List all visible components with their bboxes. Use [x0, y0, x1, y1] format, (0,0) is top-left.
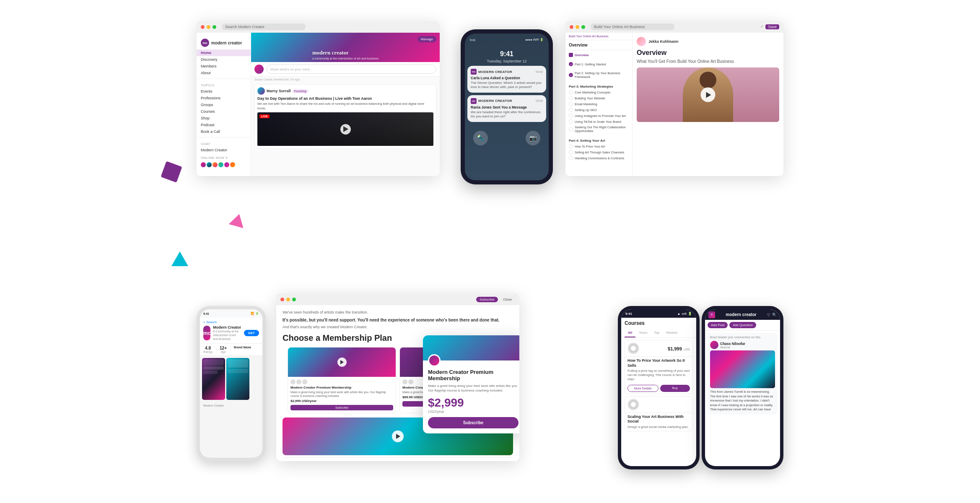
- main-container: Search Modern Creator mc modern creator …: [0, 0, 980, 503]
- instructor-name: Jekka Kuhlmann: [648, 39, 679, 44]
- appstore-get-button[interactable]: GET: [244, 330, 259, 336]
- modal-subscribe-button[interactable]: Subscribe: [428, 417, 519, 428]
- post-input-placeholder[interactable]: Share what's on your mind...: [266, 65, 436, 74]
- tab-top[interactable]: Top: [651, 329, 663, 337]
- screenshots-layout: Search Modern Creator mc modern creator …: [197, 21, 783, 482]
- sidebar-item-home[interactable]: Home: [197, 49, 251, 56]
- tab-yours[interactable]: Yours: [635, 329, 651, 337]
- course-lesson-collab[interactable]: Seeking Out The Right Collaboration Oppo…: [569, 124, 629, 134]
- pricing-bold-text: It's possible, but you'll need support. …: [283, 318, 513, 322]
- course-card-1-actions: More Details Buy: [625, 383, 692, 394]
- search-icon[interactable]: ▽: [767, 313, 770, 317]
- pricing-card-1-subscribe-btn[interactable]: Subscribe: [290, 405, 393, 410]
- sidebar-item-book-call[interactable]: Book a Call: [197, 128, 251, 135]
- course-card-2-icon: [627, 399, 639, 410]
- pricing-card-play-btn[interactable]: [337, 358, 347, 367]
- subscribe-browser-btn[interactable]: Subscribe: [476, 297, 498, 302]
- course-url-bar: Build Your Online Art Business: [591, 23, 674, 30]
- appstore-age-rating: 12+ Age: [220, 346, 227, 353]
- notif-2-header: mc MODERN CREATOR NOW: [471, 98, 543, 104]
- feed-top-left: ≡: [708, 311, 715, 318]
- appstore-back-btn[interactable]: < Search: [203, 320, 259, 324]
- ask-question-button[interactable]: Ask Question: [729, 322, 756, 328]
- sidebar-item-professions[interactable]: Professions: [197, 95, 251, 101]
- lesson-getting-started: Part 1: Getting Started: [575, 62, 606, 66]
- course-lesson-pricing[interactable]: How To Price Your Art: [569, 143, 629, 149]
- topics-label: Topics: [197, 81, 251, 88]
- app-screenshot-2: [226, 358, 249, 400]
- art-video-play-btn[interactable]: [392, 430, 404, 442]
- course-card-1-price: $1,999: [668, 346, 682, 351]
- lesson-core-marketing: Core Marketing Concepts: [575, 91, 610, 94]
- course-lesson-website[interactable]: Building Your Website: [569, 95, 629, 101]
- buy-button[interactable]: Buy: [660, 385, 690, 392]
- sidebar-item-groups[interactable]: Groups: [197, 101, 251, 108]
- online-label: ONLINE NOW 4: [197, 153, 251, 161]
- community-name-overlay: modern creator: [312, 49, 379, 56]
- video-play-btn[interactable]: [340, 124, 351, 135]
- sidebar-item-podcast[interactable]: Podcast: [197, 122, 251, 128]
- course-video-play-btn[interactable]: [701, 88, 716, 102]
- lesson-dot-8-icon: [569, 144, 573, 148]
- mobile-courses-frame: 9:41 ▲ wifi 🔋 Courses All Yours Top Newe…: [618, 306, 700, 469]
- lesson-dot-7-icon: [569, 127, 573, 131]
- post-cheered-by: Susan Carole cheered this 7m ago.: [251, 77, 440, 82]
- premium-membership-modal: Modern Creator Premium Membership Make a…: [423, 335, 519, 433]
- online-avatar: [201, 162, 206, 167]
- app-screenshot-1: [202, 358, 225, 400]
- modal-header: [423, 335, 519, 360]
- filter-icon[interactable]: 🔍: [772, 313, 777, 317]
- sidebar-item-members[interactable]: Members: [197, 63, 251, 70]
- course-usd-label: USD: [684, 348, 690, 351]
- tab-newest[interactable]: Newest: [663, 329, 681, 337]
- course-2-icon-shape: [629, 400, 638, 409]
- screenshot-element-2: [228, 369, 248, 373]
- phone-notifications-screenshot: 9:41 ●●●● WiFi 🔋 9:41 Tuesday, September…: [461, 29, 553, 184]
- course-lesson-sales[interactable]: Selling Art Through Sales Channels: [569, 149, 629, 155]
- notif-2-app-icon: mc: [471, 98, 477, 104]
- course-lesson-email[interactable]: Email Marketing: [569, 101, 629, 107]
- phone-lock-date: Tuesday, September 12: [465, 59, 549, 63]
- course-sidebar: Build Your Online Art Business Overview …: [565, 33, 633, 176]
- sidebar-item-courses[interactable]: Courses: [197, 108, 251, 115]
- lesson-instagram: Using Instagram to Promote Your Art: [575, 114, 626, 118]
- add-post-button[interactable]: Add Post: [708, 322, 728, 328]
- course-card-2-header: [625, 397, 692, 413]
- plan-icon-1: [290, 379, 296, 384]
- appstore-app-info: mc Modern Creator A Community at the Int…: [203, 325, 259, 341]
- tab-all[interactable]: All: [625, 329, 635, 337]
- lesson-dot-6-icon: [569, 119, 573, 124]
- manage-button[interactable]: Manage: [417, 36, 436, 42]
- close-browser-btn[interactable]: Close: [500, 297, 515, 302]
- course-lesson-instagram[interactable]: Using Instagram to Promote Your Art: [569, 113, 629, 119]
- course-lesson-seo[interactable]: Setting Up SEO: [569, 107, 629, 113]
- sidebar-item-chat[interactable]: Modern Creator: [197, 147, 251, 153]
- course-lesson-commissions[interactable]: Handling Commissions & Contracts: [569, 155, 629, 161]
- course-section-2: ✓ Part 2: Setting Up Your Business Frame…: [565, 69, 632, 81]
- course-lesson-tiktok[interactable]: Using TikTok to Scale Your Brand: [569, 119, 629, 124]
- plan-2-icon-2: [408, 379, 413, 384]
- online-avatars: [197, 161, 251, 169]
- sidebar-item-discovery[interactable]: Discovery: [197, 56, 251, 63]
- sidebar-brand: modern creator: [211, 41, 242, 45]
- sidebar-item-about[interactable]: About: [197, 70, 251, 76]
- notif-1-title: Carla Luna Asked a Question: [471, 76, 543, 80]
- sidebar-item-events[interactable]: Events: [197, 88, 251, 95]
- lesson-website: Building Your Website: [575, 96, 605, 100]
- browser-fullscreen-dot: [213, 25, 216, 29]
- membership-browser-actions: Subscribe Close: [476, 297, 515, 302]
- course-lesson-getting-started[interactable]: ✓ Part 1: Getting Started: [569, 61, 629, 67]
- membership-pricing-screenshot: Subscribe Close We've seen hundreds of a…: [276, 293, 519, 461]
- course-lesson-business[interactable]: ✓ Part 2: Setting Up Your Business Frame…: [569, 70, 629, 80]
- course-card-1-desc: Putting a price tag on something of your…: [625, 369, 692, 383]
- notif-2-time: NOW: [536, 99, 543, 102]
- modal-price-period: USD/year: [428, 410, 519, 414]
- course-lesson-marketing[interactable]: Core Marketing Concepts: [569, 89, 629, 95]
- sidebar-item-shop[interactable]: Shop: [197, 115, 251, 122]
- appstore-star-count: 4.8: [203, 346, 213, 350]
- sidebar-divider-2: [197, 137, 251, 137]
- mobile-feed-frame: ≡ modern creator ▽ 🔍 Add Post Ask Questi…: [702, 306, 783, 469]
- community-tagline: a community at the intersection of art a…: [312, 57, 379, 60]
- course-lesson-overview[interactable]: Overview: [569, 52, 629, 58]
- more-details-button[interactable]: More Details: [627, 385, 659, 392]
